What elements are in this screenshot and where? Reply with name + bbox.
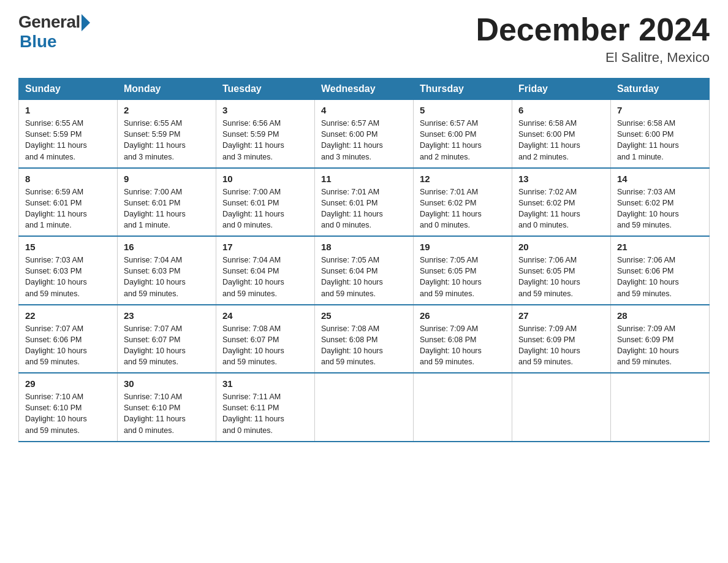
day-info: Sunrise: 7:09 AM Sunset: 6:08 PM Dayligh… xyxy=(420,323,506,368)
calendar-cell xyxy=(512,373,611,442)
calendar-cell: 29Sunrise: 7:10 AM Sunset: 6:10 PM Dayli… xyxy=(19,373,118,442)
header-sunday: Sunday xyxy=(19,79,118,100)
day-number: 11 xyxy=(321,174,407,184)
header-wednesday: Wednesday xyxy=(315,79,414,100)
day-number: 17 xyxy=(222,242,308,252)
day-number: 2 xyxy=(124,105,210,115)
day-info: Sunrise: 7:09 AM Sunset: 6:09 PM Dayligh… xyxy=(518,323,604,368)
calendar-week-5: 29Sunrise: 7:10 AM Sunset: 6:10 PM Dayli… xyxy=(19,373,710,442)
day-info: Sunrise: 6:58 AM Sunset: 6:00 PM Dayligh… xyxy=(617,118,703,163)
page-header: General Blue December 2024 El Salitre, M… xyxy=(18,12,710,66)
day-info: Sunrise: 6:58 AM Sunset: 6:00 PM Dayligh… xyxy=(518,118,604,163)
calendar-cell: 19Sunrise: 7:05 AM Sunset: 6:05 PM Dayli… xyxy=(414,236,512,305)
day-number: 23 xyxy=(124,310,210,321)
day-info: Sunrise: 7:09 AM Sunset: 6:09 PM Dayligh… xyxy=(617,323,703,368)
calendar-cell: 6Sunrise: 6:58 AM Sunset: 6:00 PM Daylig… xyxy=(512,100,611,168)
day-info: Sunrise: 7:08 AM Sunset: 6:07 PM Dayligh… xyxy=(222,323,308,368)
calendar-cell: 16Sunrise: 7:04 AM Sunset: 6:03 PM Dayli… xyxy=(118,236,216,305)
location-subtitle: El Salitre, Mexico xyxy=(476,50,710,66)
calendar-cell: 18Sunrise: 7:05 AM Sunset: 6:04 PM Dayli… xyxy=(315,236,414,305)
day-number: 12 xyxy=(420,174,506,184)
day-info: Sunrise: 7:00 AM Sunset: 6:01 PM Dayligh… xyxy=(222,186,308,231)
calendar-cell: 17Sunrise: 7:04 AM Sunset: 6:04 PM Dayli… xyxy=(216,236,315,305)
logo-general-text: General xyxy=(18,12,80,32)
day-info: Sunrise: 7:03 AM Sunset: 6:03 PM Dayligh… xyxy=(25,255,111,299)
day-info: Sunrise: 7:10 AM Sunset: 6:10 PM Dayligh… xyxy=(124,391,210,436)
day-number: 4 xyxy=(321,105,407,115)
calendar-cell: 7Sunrise: 6:58 AM Sunset: 6:00 PM Daylig… xyxy=(611,100,710,168)
calendar-cell: 22Sunrise: 7:07 AM Sunset: 6:06 PM Dayli… xyxy=(19,305,118,373)
day-info: Sunrise: 6:55 AM Sunset: 5:59 PM Dayligh… xyxy=(124,118,210,163)
day-info: Sunrise: 7:05 AM Sunset: 6:05 PM Dayligh… xyxy=(420,255,506,299)
calendar-cell xyxy=(315,373,414,442)
calendar-cell: 26Sunrise: 7:09 AM Sunset: 6:08 PM Dayli… xyxy=(414,305,512,373)
day-info: Sunrise: 7:08 AM Sunset: 6:08 PM Dayligh… xyxy=(321,323,407,368)
day-number: 25 xyxy=(321,310,407,321)
calendar-week-4: 22Sunrise: 7:07 AM Sunset: 6:06 PM Dayli… xyxy=(19,305,710,373)
day-info: Sunrise: 6:56 AM Sunset: 5:59 PM Dayligh… xyxy=(222,118,308,163)
day-info: Sunrise: 7:04 AM Sunset: 6:03 PM Dayligh… xyxy=(124,255,210,299)
calendar-cell xyxy=(611,373,710,442)
day-info: Sunrise: 7:02 AM Sunset: 6:02 PM Dayligh… xyxy=(518,186,604,231)
calendar-week-3: 15Sunrise: 7:03 AM Sunset: 6:03 PM Dayli… xyxy=(19,236,710,305)
calendar-cell: 3Sunrise: 6:56 AM Sunset: 5:59 PM Daylig… xyxy=(216,100,315,168)
day-info: Sunrise: 7:05 AM Sunset: 6:04 PM Dayligh… xyxy=(321,255,407,299)
calendar-cell: 4Sunrise: 6:57 AM Sunset: 6:00 PM Daylig… xyxy=(315,100,414,168)
day-number: 10 xyxy=(222,174,308,184)
day-number: 18 xyxy=(321,242,407,252)
logo-blue-text: Blue xyxy=(20,32,57,52)
calendar-cell: 10Sunrise: 7:00 AM Sunset: 6:01 PM Dayli… xyxy=(216,168,315,237)
day-number: 26 xyxy=(420,310,506,321)
header-friday: Friday xyxy=(512,79,611,100)
day-number: 24 xyxy=(222,310,308,321)
day-number: 21 xyxy=(617,242,703,252)
calendar-cell: 23Sunrise: 7:07 AM Sunset: 6:07 PM Dayli… xyxy=(118,305,216,373)
day-info: Sunrise: 7:10 AM Sunset: 6:10 PM Dayligh… xyxy=(25,391,111,436)
logo-triangle-icon xyxy=(82,14,90,31)
header-monday: Monday xyxy=(118,79,216,100)
day-number: 3 xyxy=(222,105,308,115)
day-info: Sunrise: 7:00 AM Sunset: 6:01 PM Dayligh… xyxy=(124,186,210,231)
day-number: 31 xyxy=(222,378,308,389)
day-number: 8 xyxy=(25,174,111,184)
calendar-cell: 14Sunrise: 7:03 AM Sunset: 6:02 PM Dayli… xyxy=(611,168,710,237)
day-number: 22 xyxy=(25,310,111,321)
day-info: Sunrise: 7:04 AM Sunset: 6:04 PM Dayligh… xyxy=(222,255,308,299)
day-info: Sunrise: 7:07 AM Sunset: 6:07 PM Dayligh… xyxy=(124,323,210,368)
day-number: 13 xyxy=(518,174,604,184)
day-info: Sunrise: 6:55 AM Sunset: 5:59 PM Dayligh… xyxy=(25,118,111,163)
calendar-cell: 9Sunrise: 7:00 AM Sunset: 6:01 PM Daylig… xyxy=(118,168,216,237)
calendar-header-row: SundayMondayTuesdayWednesdayThursdayFrid… xyxy=(19,79,710,100)
header-thursday: Thursday xyxy=(414,79,512,100)
day-number: 19 xyxy=(420,242,506,252)
day-info: Sunrise: 6:57 AM Sunset: 6:00 PM Dayligh… xyxy=(420,118,506,163)
calendar-cell: 12Sunrise: 7:01 AM Sunset: 6:02 PM Dayli… xyxy=(414,168,512,237)
day-number: 6 xyxy=(518,105,604,115)
calendar-cell: 1Sunrise: 6:55 AM Sunset: 5:59 PM Daylig… xyxy=(19,100,118,168)
calendar-cell: 15Sunrise: 7:03 AM Sunset: 6:03 PM Dayli… xyxy=(19,236,118,305)
page-title: December 2024 xyxy=(476,12,710,47)
day-number: 27 xyxy=(518,310,604,321)
calendar-cell: 11Sunrise: 7:01 AM Sunset: 6:01 PM Dayli… xyxy=(315,168,414,237)
day-number: 14 xyxy=(617,174,703,184)
calendar-cell: 5Sunrise: 6:57 AM Sunset: 6:00 PM Daylig… xyxy=(414,100,512,168)
day-info: Sunrise: 7:03 AM Sunset: 6:02 PM Dayligh… xyxy=(617,186,703,231)
day-info: Sunrise: 7:01 AM Sunset: 6:02 PM Dayligh… xyxy=(420,186,506,231)
day-number: 28 xyxy=(617,310,703,321)
day-number: 5 xyxy=(420,105,506,115)
day-number: 1 xyxy=(25,105,111,115)
header-tuesday: Tuesday xyxy=(216,79,315,100)
calendar-week-1: 1Sunrise: 6:55 AM Sunset: 5:59 PM Daylig… xyxy=(19,100,710,168)
calendar-cell: 30Sunrise: 7:10 AM Sunset: 6:10 PM Dayli… xyxy=(118,373,216,442)
calendar-cell: 8Sunrise: 6:59 AM Sunset: 6:01 PM Daylig… xyxy=(19,168,118,237)
calendar-cell: 25Sunrise: 7:08 AM Sunset: 6:08 PM Dayli… xyxy=(315,305,414,373)
calendar-cell: 31Sunrise: 7:11 AM Sunset: 6:11 PM Dayli… xyxy=(216,373,315,442)
day-number: 15 xyxy=(25,242,111,252)
header-saturday: Saturday xyxy=(611,79,710,100)
calendar-cell: 28Sunrise: 7:09 AM Sunset: 6:09 PM Dayli… xyxy=(611,305,710,373)
calendar-cell: 21Sunrise: 7:06 AM Sunset: 6:06 PM Dayli… xyxy=(611,236,710,305)
title-area: December 2024 El Salitre, Mexico xyxy=(476,12,710,66)
day-number: 29 xyxy=(25,378,111,389)
day-number: 9 xyxy=(124,174,210,184)
day-number: 7 xyxy=(617,105,703,115)
